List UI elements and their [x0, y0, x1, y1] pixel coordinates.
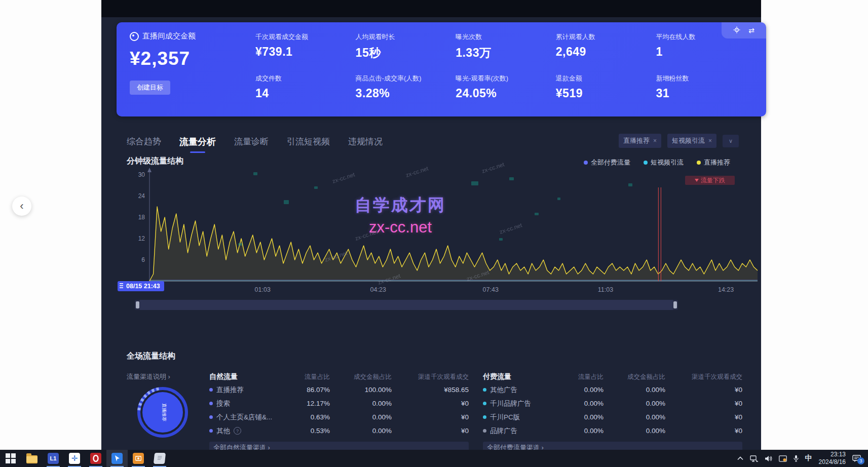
- row-dot-icon: [483, 415, 486, 419]
- tab-violations[interactable]: 违规情况: [348, 136, 383, 152]
- tray-clock[interactable]: 23:13 2024/8/16: [819, 451, 846, 466]
- gpm-value: ¥0: [665, 400, 742, 407]
- metric-label: 累计观看人数: [556, 32, 651, 42]
- channel-filter-bar: 直播推荐 × 短视频引流 × ∨: [619, 134, 739, 148]
- taskbar-app-l1[interactable]: L1: [43, 450, 64, 467]
- legend-item-live-recommend[interactable]: 直播推荐: [697, 158, 730, 167]
- create-goal-button[interactable]: 创建目标: [130, 81, 170, 95]
- scrollbar-left-handle[interactable]: [136, 301, 139, 308]
- table-row[interactable]: 千川品牌广告 0.00% 0.00% ¥0: [483, 397, 742, 410]
- share-value: 0.00%: [557, 427, 603, 435]
- legend-dot-icon: [584, 161, 588, 165]
- screen: ⇄ 直播间成交金额 ¥2,357 创建目标 千次观看成交金额¥739.1 人均观…: [0, 0, 868, 467]
- metric-label: 成交件数: [255, 74, 351, 83]
- opera-app-icon: [90, 453, 101, 464]
- tab-lead-short-video[interactable]: 引流短视频: [287, 136, 330, 152]
- legend-item-short-video[interactable]: 短视频引流: [644, 158, 684, 167]
- legend-item-paid[interactable]: 全部付费流量: [584, 158, 630, 167]
- primary-metric-value: ¥2,357: [130, 48, 196, 69]
- metric-label: 曝光-观看率(次数): [456, 74, 551, 83]
- svg-text:11:03: 11:03: [598, 286, 613, 293]
- channel-name: 直播推荐: [216, 385, 244, 395]
- carousel-back-button[interactable]: ‹: [12, 197, 31, 216]
- table-row[interactable]: 千川PC版 0.00% 0.00% ¥0: [483, 410, 742, 424]
- share-value: 86.07%: [283, 386, 330, 394]
- share-value: 0.63%: [283, 413, 330, 421]
- target-icon: [130, 32, 139, 41]
- tray-chevron-up-icon[interactable]: [737, 456, 743, 460]
- scrollbar-range[interactable]: [140, 300, 673, 310]
- notification-count-badge: 3: [857, 457, 864, 464]
- tray-screencast-icon[interactable]: [779, 455, 787, 462]
- table-row[interactable]: 品牌广告 0.00% 0.00% ¥0: [483, 424, 742, 438]
- remove-tag-icon[interactable]: ×: [708, 137, 712, 144]
- tab-traffic-diagnosis[interactable]: 流量诊断: [234, 136, 269, 152]
- compass-app-icon: ✛: [69, 453, 80, 464]
- metric-label: 退款金额: [556, 74, 651, 83]
- remove-tag-icon[interactable]: ×: [653, 137, 657, 144]
- tray-microphone-icon[interactable]: [794, 455, 799, 462]
- metric-cell: 平均在线人数1: [656, 32, 751, 61]
- chart-legend: 全部付费流量 短视频引流 直播推荐: [584, 158, 730, 167]
- row-dot-icon: [209, 388, 213, 392]
- tray-ime-indicator[interactable]: 中: [805, 454, 812, 463]
- chart-title: 分钟级流量结构: [127, 156, 183, 167]
- gmv-value: 0.00%: [603, 427, 665, 435]
- svg-text:07:43: 07:43: [483, 286, 499, 293]
- taskbar-app-opera[interactable]: [85, 450, 106, 467]
- channel-name: 其他: [216, 426, 230, 436]
- chart-range-scrollbar[interactable]: [135, 300, 678, 310]
- table-row[interactable]: 个人主页&店铺&... 0.63% 0.00% ¥0: [209, 410, 469, 424]
- share-value: 0.00%: [557, 413, 603, 421]
- tray-network-icon[interactable]: [750, 455, 758, 462]
- window-top-bar: [101, 0, 761, 17]
- filter-tag-live-recommend[interactable]: 直播推荐 ×: [619, 134, 661, 148]
- metric-cell: 商品点击-成交率(人数)3.28%: [356, 74, 451, 100]
- taskbar-app-compass[interactable]: ✛: [64, 450, 85, 467]
- info-icon[interactable]: ?: [234, 427, 241, 435]
- tray-volume-icon[interactable]: [765, 455, 772, 462]
- section-title-traffic-structure: 全场流量结构: [127, 351, 175, 362]
- metric-value: 1.33万: [456, 45, 551, 61]
- scrollbar-right-handle[interactable]: [673, 301, 677, 308]
- table-row[interactable]: 直播推荐 86.07% 100.00% ¥858.65: [209, 383, 469, 397]
- metric-cell: 成交件数14: [255, 74, 351, 100]
- metric-label: 新增粉丝数: [656, 74, 751, 83]
- traffic-drop-alert-badge[interactable]: 流量下跌: [685, 176, 735, 185]
- table-row[interactable]: 其他? 0.53% 0.00% ¥0: [209, 424, 469, 438]
- taskbar-app-camera[interactable]: [128, 450, 149, 467]
- metric-grid: 千次观看成交金额¥739.1 人均观看时长15秒 曝光次数1.33万 累计观看人…: [255, 32, 751, 100]
- start-button[interactable]: [0, 450, 21, 467]
- folder-icon: [26, 455, 37, 463]
- col-header-share: 流量占比: [283, 373, 330, 381]
- taskbar-app-notepad[interactable]: [149, 450, 170, 467]
- svg-text:04:23: 04:23: [370, 286, 386, 293]
- gpm-value: ¥0: [665, 386, 742, 394]
- row-dot-icon: [209, 415, 213, 419]
- clock-time: 23:13: [819, 451, 846, 458]
- group-label: 自然流量: [209, 372, 283, 381]
- pointer-app-icon: [111, 453, 123, 464]
- svg-text:30: 30: [138, 171, 145, 178]
- tab-traffic-analysis[interactable]: 流量分析: [179, 136, 216, 152]
- tab-overall-trend[interactable]: 综合趋势: [127, 136, 161, 152]
- taskbar-app-pointer[interactable]: [106, 450, 128, 467]
- gmv-value: 0.00%: [603, 400, 665, 407]
- gpm-value: ¥0: [665, 427, 742, 435]
- tray-notification-icon[interactable]: 3: [852, 455, 861, 462]
- table-row[interactable]: 搜索 12.17% 0.00% ¥0: [209, 397, 469, 410]
- chevron-left-icon: ‹: [20, 200, 23, 213]
- channel-name: 搜索: [216, 399, 230, 408]
- taskbar-file-explorer[interactable]: [21, 450, 43, 467]
- table-row[interactable]: 其他广告 0.00% 0.00% ¥0: [483, 383, 742, 397]
- time-range-start-badge[interactable]: 08/15 21:43: [118, 281, 164, 291]
- gmv-value: 0.00%: [603, 413, 665, 421]
- metric-cell: 新增粉丝数31: [656, 74, 751, 100]
- analysis-tabs: 综合趋势 流量分析 流量诊断 引流短视频 违规情况: [127, 136, 383, 152]
- gmv-value: 0.00%: [330, 400, 392, 407]
- filter-dropdown-chevron-icon[interactable]: ∨: [723, 135, 739, 147]
- metric-cell: 累计观看人数2,649: [556, 32, 651, 61]
- legend-dot-icon: [644, 161, 648, 165]
- filter-tag-short-video[interactable]: 短视频引流 ×: [667, 134, 716, 148]
- svg-text:18: 18: [138, 214, 145, 221]
